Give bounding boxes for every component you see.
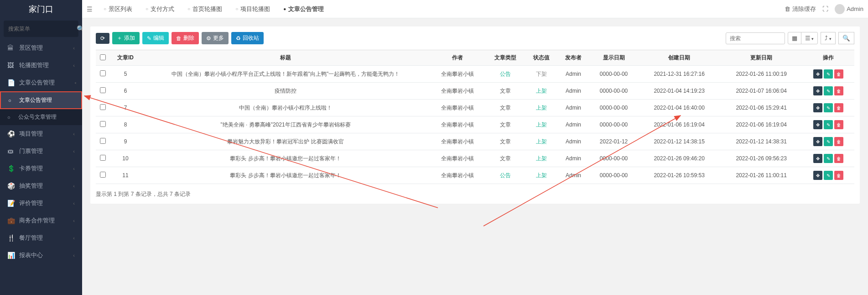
sidebar-search[interactable]: 🔍 <box>4 21 78 37</box>
cell-type: 文章 <box>485 100 525 116</box>
cell-status[interactable]: 上架 <box>525 116 557 133</box>
cell-author: 全南攀岩小镇 <box>430 150 486 167</box>
select-all-checkbox[interactable] <box>100 54 106 60</box>
menu-toggle-icon[interactable]: ☰ <box>87 5 93 13</box>
column-header[interactable]: 文章ID <box>109 50 141 66</box>
menu-item-label: 评价管理 <box>19 199 73 207</box>
sidebar-item[interactable]: 🏛景区管理‹ <box>0 39 82 57</box>
column-header[interactable]: 更新日期 <box>720 50 802 66</box>
drag-button[interactable]: ✥ <box>813 154 822 163</box>
row-checkbox[interactable] <box>100 155 106 161</box>
menu-item-icon: 💲 <box>7 165 16 172</box>
delete-row-button[interactable]: 🗑 <box>834 69 843 79</box>
column-header[interactable]: 发布者 <box>557 50 589 66</box>
cell-status[interactable]: 上架 <box>525 100 557 116</box>
row-checkbox[interactable] <box>100 121 106 127</box>
delete-row-button[interactable]: 🗑 <box>834 103 843 112</box>
clear-cache-button[interactable]: 🗑 清除缓存 <box>785 5 816 13</box>
edit-row-button[interactable]: ✎ <box>824 69 833 79</box>
delete-row-button[interactable]: 🗑 <box>834 86 843 95</box>
column-header[interactable]: 作者 <box>430 50 486 66</box>
export-button[interactable]: ⤴ ▾ <box>821 32 836 44</box>
delete-row-button[interactable]: 🗑 <box>834 137 843 146</box>
view-card-button[interactable]: ▦ <box>788 32 801 44</box>
row-checkbox[interactable] <box>100 104 106 110</box>
tab[interactable]: ○项目轮播图 <box>229 0 277 18</box>
row-checkbox[interactable] <box>100 87 106 93</box>
tab[interactable]: ○支付方式 <box>139 0 181 18</box>
cell-status[interactable]: 上架 <box>525 150 557 167</box>
trash-icon: 🗑 <box>176 35 182 42</box>
sidebar-item[interactable]: 📄文章公告管理˅ <box>0 74 82 91</box>
sidebar-item[interactable]: 📝评价管理‹ <box>0 195 82 212</box>
drag-button[interactable]: ✥ <box>813 69 822 79</box>
cell-updated: 2022-01-26 09:56:23 <box>720 150 802 167</box>
cell-title: 攀彩头 步步高！攀岩小镇邀您一起过客家年！ <box>141 150 430 167</box>
tab[interactable]: ○景区列表 <box>97 0 139 18</box>
column-header[interactable] <box>96 50 109 66</box>
edit-row-button[interactable]: ✎ <box>824 103 833 112</box>
pencil-icon: ✎ <box>147 35 151 42</box>
row-checkbox[interactable] <box>100 138 106 144</box>
add-button[interactable]: ＋ 添加 <box>112 32 140 44</box>
refresh-button[interactable]: ⟳ <box>96 33 109 44</box>
move-icon: ✥ <box>816 72 820 77</box>
topbar-right: 🗑 清除缓存 ⛶ Admin <box>785 4 863 14</box>
sidebar-item[interactable]: ⚽项目管理‹ <box>0 125 82 142</box>
table-body: 5中国（全南）攀岩小镇小程序平台正式上线啦！新年跟着"向上鸭"一起薅鸭毛，方能毫… <box>96 66 854 184</box>
cell-actions: ✥✎🗑 <box>802 167 854 184</box>
row-checkbox[interactable] <box>100 172 106 178</box>
cell-status[interactable]: 上架 <box>525 83 557 100</box>
table-row: 5中国（全南）攀岩小镇小程序平台正式上线啦！新年跟着"向上鸭"一起薅鸭毛，方能毫… <box>96 66 854 83</box>
sidebar-item[interactable]: 💲卡券管理‹ <box>0 160 82 177</box>
sidebar-subitem[interactable]: ○公众号文章管理 <box>0 109 82 125</box>
pencil-icon: ✎ <box>826 173 830 178</box>
column-header[interactable]: 创建日期 <box>638 50 720 66</box>
edit-row-button[interactable]: ✎ <box>824 154 833 163</box>
recycle-button[interactable]: ♻ 回收站 <box>231 32 264 44</box>
delete-button[interactable]: 🗑 删除 <box>172 32 199 44</box>
edit-row-button[interactable]: ✎ <box>824 120 833 129</box>
delete-row-button[interactable]: 🗑 <box>834 120 843 129</box>
edit-row-button[interactable]: ✎ <box>824 137 833 146</box>
column-header[interactable]: 标题 <box>141 50 430 66</box>
cell-actions: ✥✎🗑 <box>802 66 854 83</box>
tab[interactable]: ○首页轮播图 <box>181 0 229 18</box>
user-menu[interactable]: Admin <box>835 4 863 14</box>
sidebar-subitem[interactable]: ○文章公告管理 <box>0 91 82 109</box>
cell-updated: 2022-01-06 15:29:41 <box>720 100 802 116</box>
edit-row-button[interactable]: ✎ <box>824 86 833 95</box>
cell-created: 2022-01-26 10:59:53 <box>638 167 720 184</box>
column-header[interactable]: 操作 <box>802 50 854 66</box>
cell-status[interactable]: 下架 <box>525 66 557 83</box>
row-checkbox[interactable] <box>100 70 106 76</box>
sidebar-item[interactable]: 🎲抽奖管理‹ <box>0 177 82 195</box>
search-input[interactable] <box>726 32 785 44</box>
delete-row-button[interactable]: 🗑 <box>834 171 843 180</box>
cell-status[interactable]: 上架 <box>525 133 557 150</box>
subitem-label: 文章公告管理 <box>19 96 52 104</box>
sidebar-item[interactable]: 🎟门票管理‹ <box>0 142 82 160</box>
add-label: 添加 <box>124 34 135 42</box>
drag-button[interactable]: ✥ <box>813 171 822 180</box>
view-list-button[interactable]: ☰ ▾ <box>801 32 818 44</box>
drag-button[interactable]: ✥ <box>813 86 822 95</box>
sidebar-item[interactable]: 🖼轮播图管理‹ <box>0 57 82 74</box>
expand-icon[interactable]: ⛶ <box>822 5 828 12</box>
drag-button[interactable]: ✥ <box>813 137 822 146</box>
column-header[interactable]: 文章类型 <box>485 50 525 66</box>
edit-button[interactable]: ✎ 编辑 <box>142 32 169 44</box>
edit-row-button[interactable]: ✎ <box>824 171 833 180</box>
delete-row-button[interactable]: 🗑 <box>834 154 843 163</box>
column-header[interactable]: 显示日期 <box>589 50 638 66</box>
search-button[interactable]: 🔍 <box>838 32 854 44</box>
cell-status[interactable]: 上架 <box>525 167 557 184</box>
drag-button[interactable]: ✥ <box>813 103 822 112</box>
sidebar-search-input[interactable] <box>8 26 77 32</box>
column-header[interactable]: 状态值 <box>525 50 557 66</box>
tab[interactable]: ●文章公告管理 <box>277 0 331 18</box>
drag-button[interactable]: ✥ <box>813 120 822 129</box>
cell-title: 攀彩头 步步高！攀岩小镇邀您一起过客家年！ <box>141 167 430 184</box>
cell-publisher: Admin <box>557 100 589 116</box>
more-button[interactable]: ⚙ 更多 <box>202 32 229 44</box>
